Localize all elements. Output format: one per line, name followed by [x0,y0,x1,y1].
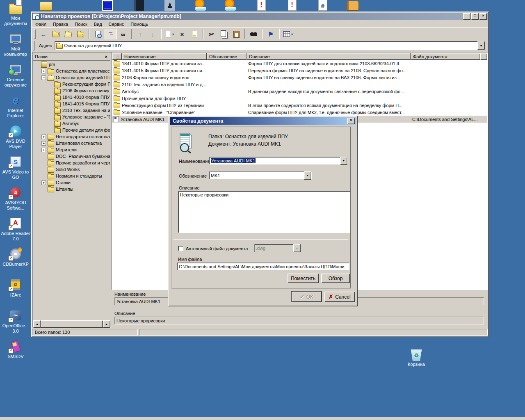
move-up-icon[interactable]: ↑ [134,29,146,39]
tree-item[interactable]: +Станки [33,179,110,186]
table-row[interactable]: Реконструкция форм ППУ из ГерманииВ этом… [112,102,487,109]
desktop-icon[interactable]: ↗SMSDV [1,339,30,370]
expand-plus-icon[interactable]: + [41,180,46,185]
open-folder-icon[interactable] [62,29,74,39]
tree-item[interactable]: +Мерители [33,146,110,153]
tree-item[interactable]: 2106 Форма на спинку водителя [33,87,110,94]
minimize-button[interactable]: _ [463,13,470,20]
column-header-1[interactable]: Наименование [122,53,207,60]
dialog-close-button[interactable]: × [347,118,355,124]
name-dropdown-icon[interactable]: ▼ [340,157,347,165]
column-header-4[interactable]: Файл документа [411,53,480,60]
professor-icon[interactable]: ♟ [163,0,177,11]
scrollbar-thumb[interactable] [41,320,103,328]
scroll-left-icon[interactable]: ◄ [33,320,41,328]
cut-icon[interactable]: ✂ [205,29,218,39]
browse-button[interactable]: Обзор [321,274,350,283]
preview-icon[interactable]: ∞ [117,29,129,39]
bookmark-icon[interactable]: ⚑ [265,29,277,39]
ok-button[interactable]: ✔ OK [292,292,322,302]
autonomous-file-checkbox[interactable] [178,246,183,251]
paste-icon[interactable] [230,29,242,39]
properties-icon[interactable] [188,29,201,39]
folder-icon[interactable] [39,0,53,11]
menu-item-вид[interactable]: Вид [91,21,105,27]
tree-item[interactable]: DOC -Различная бумажная документация [33,153,110,160]
toolbar-grip[interactable] [34,29,36,39]
desktop-icon[interactable]: ~↗OpenOffice... 3.0 [1,308,30,339]
move-down-icon[interactable]: ↓ [146,29,159,39]
tree-item[interactable]: +Штамповая остнастка [33,140,110,146]
filename-input[interactable] [177,262,349,270]
table-row[interactable]: Условное название - "Спаривание"Спариван… [112,109,487,116]
tree-item[interactable]: Нормали и стандарты [33,173,110,179]
menu-item-помощь[interactable]: Помощь [127,21,151,27]
search-view-icon[interactable] [91,29,104,39]
copy-icon[interactable] [218,29,230,39]
tree-view-icon[interactable] [104,29,117,39]
back-icon[interactable]: ← [37,29,50,39]
weather-icon[interactable] [194,0,208,11]
dropdown-arrow-icon[interactable]: ▾ [291,32,293,36]
desktop-icon[interactable]: IZ↗IZArc [1,278,30,308]
desktop-icon[interactable]: eInternet Explorer [1,93,30,124]
tree-item[interactable]: 2110 Тех. задания на изделия ППУ [33,107,110,114]
table-row[interactable]: 1841-4015 Форма ППУ для отливки си...Пер… [112,67,487,74]
dropdown-arrow-icon[interactable]: ▾ [172,32,174,36]
name-combobox[interactable]: Установка AUDI MK1 ▼ [209,157,348,164]
column-header-3[interactable]: Описание [247,53,411,60]
alert-doc-icon[interactable]: ! [254,0,268,11]
tree-item[interactable]: Условное название - "Спаривание" [33,114,110,120]
tree-item[interactable]: −Оснастка для изделий ППУ [33,74,110,81]
menu-item-сервис[interactable]: Сервис [105,21,128,27]
alert-doc-icon[interactable]: ! [285,0,299,11]
folders-panel-close-icon[interactable]: × [104,54,109,59]
expand-plus-icon[interactable]: + [41,135,46,139]
desktop-icon[interactable]: 4↗AVS4YOU Softwa... [1,185,30,216]
desktop-icon[interactable]: Мои документы [1,1,30,32]
close-button[interactable]: × [479,13,487,20]
tree-item[interactable]: Прочие разработки и чертежи [33,160,110,166]
maximize-button[interactable]: □ [471,13,479,20]
description-textarea[interactable]: Некоторые прорисовки [178,191,350,233]
designation-dropdown-icon[interactable]: ▼ [304,171,311,180]
tree-item[interactable]: Автобус [33,120,110,127]
tree-item[interactable]: Прочие детали для форм ППУ [33,127,110,133]
tree-item[interactable]: Solid Works [33,166,110,173]
scroll-right-icon[interactable]: ► [103,320,110,328]
table-row[interactable]: 2110 Тех. задания на изделия ППУ и д... [112,81,487,88]
expand-plus-icon[interactable]: + [41,141,46,146]
desktop-icon[interactable]: ▶↗AVS DVD Player [1,124,30,155]
tree-item[interactable]: Реконструкция форм ППУ из Германии [33,81,110,87]
taskbar-edge[interactable] [0,417,525,420]
desktop-icon[interactable]: Мой компьютер [1,32,30,62]
blue-app-icon[interactable] [100,0,114,11]
expand-plus-icon[interactable]: + [41,148,46,152]
cancel-button[interactable]: ✗ Cancel [324,292,355,302]
table-row[interactable]: 2106 Форма на спинку водителяФорма ППУ н… [112,74,487,81]
menu-item-файл[interactable]: Файл [32,21,50,27]
tree-item[interactable]: 1841-4015 Форма ППУ для отливки [33,100,110,107]
recycle-bin[interactable]: ♻ Корзина [403,349,430,367]
tree-item[interactable]: +Нестандартная остнастка [33,133,110,140]
table-view-icon[interactable]: ▾ [282,29,294,39]
place-button[interactable]: Поместить [288,274,319,283]
tree-item[interactable]: 1841-4010 Форма ППУ для отливки [33,94,110,100]
expand-plus-icon[interactable]: + [41,69,46,73]
ie-doc-icon[interactable]: e [316,0,330,11]
desktop-icon[interactable]: ↗CDBurnerXP [1,247,30,278]
menu-item-поиск[interactable]: Поиск [71,21,90,27]
book-icon[interactable] [346,0,360,11]
desktop-icon[interactable]: A↗Adobe Reader 7.0 [1,216,30,247]
tree-item[interactable]: pm [33,61,110,68]
tree-horizontal-scrollbar[interactable]: ◄ ► [33,320,110,327]
address-dropdown-button[interactable]: ▼ [477,41,485,50]
toolbar-grip[interactable] [33,41,35,50]
collapse-minus-icon[interactable]: − [41,75,46,80]
designation-combobox[interactable]: MK1 ▼ [209,171,312,179]
desktop-icon[interactable]: Сетевое окружение [1,62,30,93]
delete-icon[interactable]: × [176,29,188,39]
folder-options-icon[interactable]: : [74,29,87,39]
tree-item[interactable]: Штампы [33,186,110,192]
column-header-2[interactable]: Обозначение [207,53,247,60]
